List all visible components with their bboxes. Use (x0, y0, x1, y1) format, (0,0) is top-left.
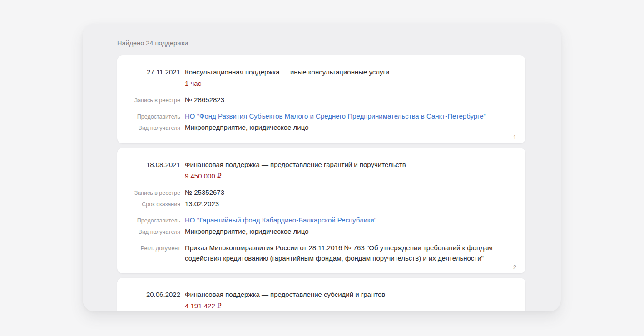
support-title: Финансовая поддержка — предоставление га… (185, 160, 516, 170)
field-value: № 28652823 (185, 94, 516, 105)
record-field-row: Регл. документПриказ Минэкономразвития Р… (126, 242, 516, 263)
field-value: Микропредприятие, юридическое лицо (185, 122, 516, 133)
results-count-label: Найдено 24 поддержки (117, 39, 525, 47)
record-field-row: ПредоставительНО "Фонд Развития Субъекто… (126, 111, 516, 122)
field-label: Предоставитель (126, 112, 180, 122)
support-date: 18.08.2021 (126, 160, 180, 170)
field-label: Запись в реестре (126, 95, 180, 106)
record-field-row: Вид получателяМикропредприятие, юридичес… (126, 226, 516, 237)
field-value: 13.02.2023 (185, 198, 516, 209)
record-field-row: ПредоставительНО "Гарантийный фонд Кабар… (126, 215, 516, 226)
record-field-row: Запись в реестре№ 28652823 (126, 94, 516, 106)
field-label: Регл. документ (126, 243, 180, 254)
card-number: 2 (513, 264, 516, 271)
field-value: № 25352673 (185, 187, 516, 198)
field-label: Вид получателя (126, 227, 180, 237)
support-title-block: Консультационная поддержка — иные консул… (185, 67, 516, 89)
field-label: Срок оказания (126, 199, 180, 210)
card-number: 1 (513, 134, 516, 141)
field-group: ПредоставительНО "Фонд Развития Субъекто… (126, 111, 516, 133)
field-label: Вид получателя (126, 123, 180, 133)
support-title-block: Финансовая поддержка — предоставление га… (185, 160, 516, 181)
record-field-row: Запись в реестре№ 25352673 (126, 187, 516, 198)
support-date: 27.11.2021 (126, 67, 180, 77)
support-date: 20.06.2022 (126, 290, 180, 300)
support-card-header: 20.06.2022Финансовая поддержка — предост… (126, 290, 516, 311)
field-group: Запись в реестре№ 25352673Срок оказания1… (126, 187, 516, 210)
support-amount: 9 450 000 ₽ (185, 171, 516, 181)
support-card: 20.06.2022Финансовая поддержка — предост… (117, 278, 525, 311)
field-label: Предоставитель (126, 216, 180, 226)
support-title: Консультационная поддержка — иные консул… (185, 67, 516, 77)
field-value: Приказ Минэкономразвития России от 28.11… (185, 242, 516, 263)
support-amount: 4 191 422 ₽ (185, 301, 516, 311)
results-panel: Найдено 24 поддержки 27.11.2021Консульта… (83, 24, 561, 311)
support-card: 27.11.2021Консультационная поддержка — и… (117, 55, 525, 143)
record-field-row: Срок оказания13.02.2023 (126, 198, 516, 210)
support-title-block: Финансовая поддержка — предоставление су… (185, 290, 516, 311)
support-card-header: 18.08.2021Финансовая поддержка — предост… (126, 160, 516, 181)
results-panel-inner: Найдено 24 поддержки 27.11.2021Консульта… (83, 24, 561, 311)
support-card: 18.08.2021Финансовая поддержка — предост… (117, 148, 525, 273)
results-list: 27.11.2021Консультационная поддержка — и… (117, 55, 525, 311)
field-group: Запись в реестре№ 28652823 (126, 94, 516, 106)
support-title: Финансовая поддержка — предоставление су… (185, 290, 516, 300)
provider-link[interactable]: НО "Фонд Развития Субъектов Малого и Сре… (185, 111, 516, 121)
field-value: Микропредприятие, юридическое лицо (185, 226, 516, 237)
field-group: ПредоставительНО "Гарантийный фонд Кабар… (126, 215, 516, 237)
support-card-header: 27.11.2021Консультационная поддержка — и… (126, 67, 516, 89)
record-field-row: Вид получателяМикропредприятие, юридичес… (126, 122, 516, 133)
field-group: Регл. документПриказ Минэкономразвития Р… (126, 242, 516, 263)
support-amount: 1 час (185, 79, 516, 89)
provider-link[interactable]: НО "Гарантийный фонд Кабардино-Балкарско… (185, 215, 516, 225)
field-label: Запись в реестре (126, 188, 180, 198)
